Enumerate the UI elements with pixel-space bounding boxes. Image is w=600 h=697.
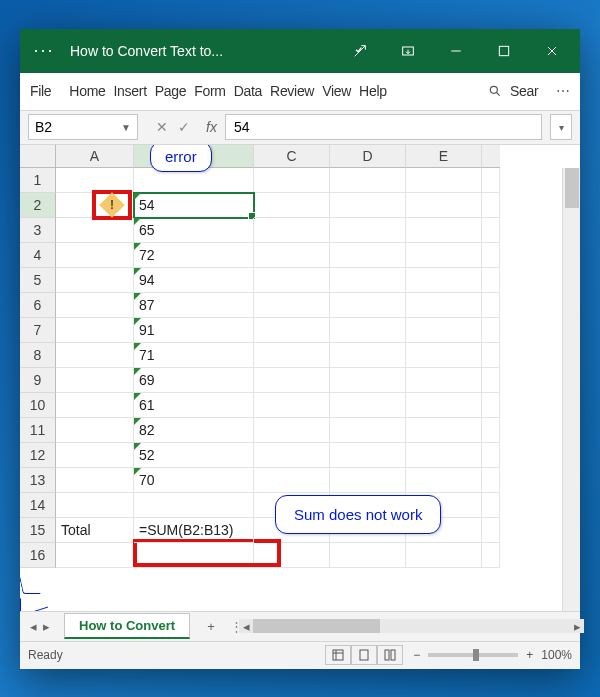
cell[interactable]: 65 [134, 218, 254, 243]
select-all-corner[interactable] [20, 145, 56, 168]
add-sheet-button[interactable]: + [198, 613, 224, 639]
cell[interactable] [56, 443, 134, 468]
cell[interactable] [254, 443, 330, 468]
scrollbar-thumb[interactable] [565, 168, 579, 208]
row-header[interactable]: 2 [20, 193, 56, 218]
tab-file[interactable]: File [26, 83, 55, 99]
row-header[interactable]: 7 [20, 318, 56, 343]
autosave-icon[interactable] [336, 29, 384, 73]
fx-icon[interactable]: fx [206, 119, 217, 135]
cell[interactable] [406, 168, 482, 193]
cell-b2[interactable]: 54 [134, 193, 254, 218]
row-header[interactable]: 1 [20, 168, 56, 193]
cell[interactable] [406, 443, 482, 468]
cell[interactable] [330, 418, 406, 443]
row-header[interactable]: 14 [20, 493, 56, 518]
view-page-break-icon[interactable] [377, 645, 403, 665]
cell[interactable] [406, 293, 482, 318]
row-header[interactable]: 4 [20, 243, 56, 268]
cell[interactable] [330, 318, 406, 343]
tab-page[interactable]: Page [151, 83, 191, 99]
zoom-slider-knob[interactable] [473, 649, 479, 661]
cell[interactable] [330, 268, 406, 293]
row-header[interactable]: 13 [20, 468, 56, 493]
cell[interactable] [56, 268, 134, 293]
cell[interactable] [330, 193, 406, 218]
ribbon-display-icon[interactable] [384, 29, 432, 73]
cell-a15[interactable]: Total [56, 518, 134, 543]
row-header[interactable]: 10 [20, 393, 56, 418]
tab-view[interactable]: View [318, 83, 355, 99]
cell[interactable]: 82 [134, 418, 254, 443]
cell[interactable] [254, 468, 330, 493]
cell[interactable]: 61 [134, 393, 254, 418]
scroll-right-icon[interactable]: ▸ [570, 619, 584, 633]
cell[interactable] [330, 293, 406, 318]
cell[interactable] [254, 318, 330, 343]
cell[interactable] [406, 343, 482, 368]
minimize-button[interactable] [432, 29, 480, 73]
scrollbar-thumb[interactable] [253, 619, 380, 633]
row-header[interactable]: 11 [20, 418, 56, 443]
vertical-scrollbar[interactable] [562, 168, 580, 611]
col-header-d[interactable]: D [330, 145, 406, 168]
cell[interactable] [254, 218, 330, 243]
enter-formula-icon[interactable]: ✓ [178, 119, 190, 135]
cell[interactable] [56, 493, 134, 518]
cell[interactable]: 94 [134, 268, 254, 293]
sheet-tab-active[interactable]: How to Convert [64, 613, 190, 639]
cell[interactable]: 69 [134, 368, 254, 393]
cell[interactable] [56, 318, 134, 343]
formula-bar-expand-icon[interactable]: ▾ [550, 114, 572, 140]
tab-insert[interactable]: Insert [110, 83, 151, 99]
cell[interactable] [254, 368, 330, 393]
row-header[interactable]: 3 [20, 218, 56, 243]
tab-data[interactable]: Data [230, 83, 266, 99]
cell[interactable] [406, 418, 482, 443]
zoom-in-button[interactable]: + [526, 648, 533, 662]
row-header[interactable]: 15 [20, 518, 56, 543]
cell[interactable]: 52 [134, 443, 254, 468]
cell[interactable] [56, 543, 134, 568]
name-box[interactable]: B2 ▼ [28, 114, 138, 140]
cell[interactable] [254, 293, 330, 318]
row-header[interactable]: 6 [20, 293, 56, 318]
cell[interactable] [254, 268, 330, 293]
cell[interactable] [56, 418, 134, 443]
cell[interactable] [56, 218, 134, 243]
chevron-down-icon[interactable]: ▼ [121, 122, 131, 133]
cell[interactable] [254, 193, 330, 218]
view-page-layout-icon[interactable] [351, 645, 377, 665]
cell-b15[interactable]: =SUM(B2:B13) [134, 518, 254, 543]
cell[interactable] [254, 168, 330, 193]
col-header-e[interactable]: E [406, 145, 482, 168]
cell[interactable] [406, 193, 482, 218]
cell[interactable] [330, 168, 406, 193]
row-header[interactable]: 9 [20, 368, 56, 393]
quick-access-more[interactable]: ··· [24, 40, 64, 61]
cell[interactable] [330, 393, 406, 418]
cell[interactable]: 91 [134, 318, 254, 343]
tab-help[interactable]: Help [355, 83, 391, 99]
search-button[interactable]: Sear [484, 83, 546, 99]
zoom-level[interactable]: 100% [541, 648, 572, 662]
cell[interactable]: 71 [134, 343, 254, 368]
cell[interactable] [56, 468, 134, 493]
cell[interactable] [330, 368, 406, 393]
ribbon-collapse-icon[interactable]: ⋯ [552, 83, 574, 99]
tab-review[interactable]: Review [266, 83, 318, 99]
row-header[interactable]: 5 [20, 268, 56, 293]
maximize-button[interactable] [480, 29, 528, 73]
col-header-a[interactable]: A [56, 145, 134, 168]
zoom-out-button[interactable]: − [413, 648, 420, 662]
cell[interactable] [254, 243, 330, 268]
cell[interactable] [406, 318, 482, 343]
cell[interactable] [330, 443, 406, 468]
cell[interactable] [254, 393, 330, 418]
cell[interactable]: 72 [134, 243, 254, 268]
view-normal-icon[interactable] [325, 645, 351, 665]
cell[interactable] [330, 468, 406, 493]
cancel-formula-icon[interactable]: ✕ [156, 119, 168, 135]
cell[interactable] [406, 368, 482, 393]
cell[interactable] [330, 543, 406, 568]
